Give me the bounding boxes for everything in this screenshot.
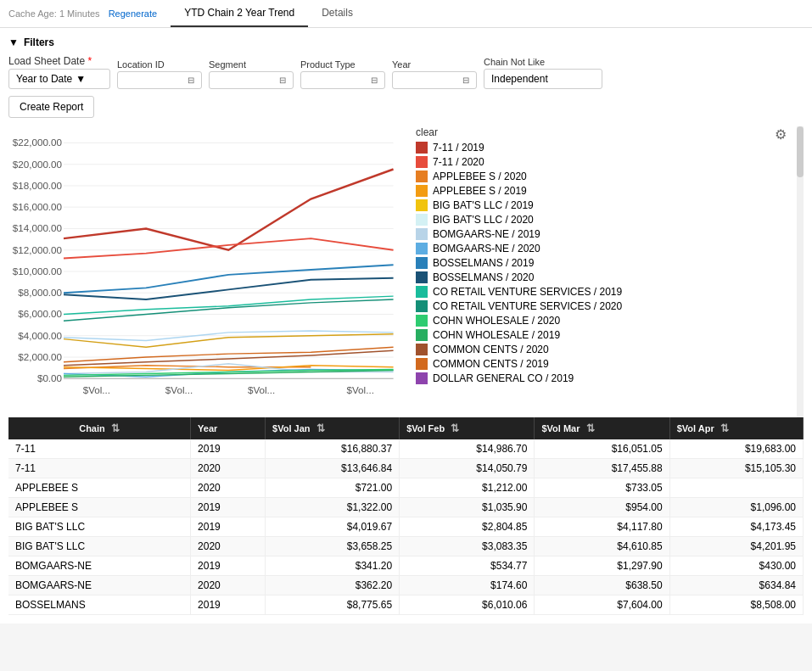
legend-item[interactable]: 7-11 / 2020 <box>416 156 804 168</box>
filters-header[interactable]: ▼ Filters <box>8 36 804 48</box>
cell-jan: $4,019.67 <box>266 517 400 537</box>
svg-text:$4,000.00: $4,000.00 <box>18 330 62 341</box>
legend-label: 7-11 / 2019 <box>433 142 484 154</box>
filter-input-segment[interactable]: ⊟ <box>209 71 294 89</box>
cell-apr: $4,201.95 <box>669 537 803 556</box>
legend-item[interactable]: CO RETAIL VENTURE SERVICES / 2020 <box>416 300 804 312</box>
legend-item[interactable]: APPLEBEE S / 2020 <box>416 171 804 182</box>
table-row: APPLEBEE S2019$1,322.00$1,035.90$954.00$… <box>8 498 804 517</box>
svg-text:$0.00: $0.00 <box>37 372 63 383</box>
svg-text:$16,000.00: $16,000.00 <box>13 201 63 212</box>
col-header-apr[interactable]: $Vol Apr ⇅ <box>669 417 803 439</box>
filter-col-segment: Segment ⊟ <box>209 59 294 89</box>
legend-item[interactable]: BIG BAT'S LLC / 2019 <box>416 199 804 211</box>
table-row: BIG BAT'S LLC2019$4,019.67$2,804.85$4,11… <box>8 517 804 537</box>
legend-item[interactable]: APPLEBEE S / 2019 <box>416 185 804 197</box>
regenerate-link[interactable]: Regenerate <box>109 8 158 19</box>
cell-mar: $4,117.80 <box>535 517 669 537</box>
legend-item[interactable]: COHN WHOLESALE / 2020 <box>416 315 804 327</box>
legend-label: APPLEBEE S / 2020 <box>433 171 527 182</box>
svg-text:$14,000.00: $14,000.00 <box>13 222 63 233</box>
cell-apr: $634.84 <box>669 576 803 596</box>
data-table: Chain ⇅ Year $Vol Jan ⇅ $Vol Feb ⇅ $Vol … <box>8 417 804 615</box>
chart-container: $22,000.00 $20,000.00 $18,000.00 $16,000… <box>8 126 804 417</box>
col-header-feb[interactable]: $Vol Feb ⇅ <box>400 417 535 439</box>
legend-color-box <box>416 372 428 384</box>
svg-text:$Vol...: $Vol... <box>165 384 193 395</box>
trend-chart: $22,000.00 $20,000.00 $18,000.00 $16,000… <box>8 126 407 415</box>
col-header-year[interactable]: Year <box>191 417 266 439</box>
legend-item[interactable]: CO RETAIL VENTURE SERVICES / 2019 <box>416 286 804 298</box>
legend-label: BOMGAARS-NE / 2020 <box>433 243 540 254</box>
col-header-chain[interactable]: Chain ⇅ <box>8 417 191 439</box>
col-header-mar[interactable]: $Vol Mar ⇅ <box>535 417 669 439</box>
cell-jan: $721.00 <box>266 478 400 498</box>
svg-text:$10,000.00: $10,000.00 <box>13 266 63 277</box>
filter-input-year[interactable]: ⊟ <box>392 71 477 89</box>
legend-color-box <box>416 142 428 154</box>
legend-item[interactable]: COHN WHOLESALE / 2019 <box>416 329 804 341</box>
cell-jan: $16,880.37 <box>266 439 400 459</box>
legend-color-box <box>416 315 428 327</box>
filter-input-chain[interactable]: Independent <box>484 69 602 89</box>
legend-label: CO RETAIL VENTURE SERVICES / 2019 <box>433 286 622 298</box>
filter-select-date[interactable]: Year to Date ▼ <box>8 69 110 89</box>
filter-input-location[interactable]: ⊟ <box>117 71 202 89</box>
legend-color-box <box>416 214 428 226</box>
cell-chain: APPLEBEE S <box>8 478 191 498</box>
table-row: BIG BAT'S LLC2020$3,658.25$3,083.35$4,61… <box>8 537 804 556</box>
legend-item[interactable]: COMMON CENTS / 2019 <box>416 358 804 370</box>
cell-apr: $4,173.45 <box>669 517 803 537</box>
filter-icon-location: ⊟ <box>188 75 194 85</box>
create-report-button[interactable]: Create Report <box>8 96 94 118</box>
scrollbar-thumb[interactable] <box>797 126 804 177</box>
legend-color-box <box>416 156 428 168</box>
svg-text:$2,000.00: $2,000.00 <box>18 351 62 362</box>
legend-label: 7-11 / 2020 <box>433 156 484 168</box>
scrollbar-track <box>797 126 804 417</box>
table-row: APPLEBEE S2020$721.00$1,212.00$733.05 <box>8 478 804 498</box>
svg-text:$20,000.00: $20,000.00 <box>13 159 63 170</box>
legend-color-box <box>416 329 428 341</box>
cell-chain: BOSSELMANS <box>8 596 191 615</box>
legend-label: BOSSELMANS / 2020 <box>433 271 534 283</box>
legend-item[interactable]: BOSSELMANS / 2020 <box>416 271 804 283</box>
cell-feb: $6,010.06 <box>400 596 535 615</box>
legend-item[interactable]: BOMGAARS-NE / 2020 <box>416 243 804 254</box>
legend-item[interactable]: 7-11 / 2019 <box>416 142 804 154</box>
legend-item[interactable]: BIG BAT'S LLC / 2020 <box>416 214 804 226</box>
cell-feb: $534.77 <box>400 556 535 576</box>
tab-ytd[interactable]: YTD Chain 2 Year Trend <box>171 0 308 27</box>
legend-label: CO RETAIL VENTURE SERVICES / 2020 <box>433 300 622 312</box>
legend-item[interactable]: BOMGAARS-NE / 2019 <box>416 228 804 240</box>
filter-arrow-icon: ▼ <box>8 36 19 48</box>
legend-item[interactable]: BOSSELMANS / 2019 <box>416 257 804 269</box>
cell-year: 2019 <box>191 517 266 537</box>
legend-item[interactable]: COMMON CENTS / 2020 <box>416 344 804 355</box>
filter-icon-year: ⊟ <box>462 75 469 85</box>
cell-year: 2020 <box>191 576 266 596</box>
tab-details[interactable]: Details <box>308 0 367 27</box>
chart-svg-area: $22,000.00 $20,000.00 $18,000.00 $16,000… <box>8 126 407 417</box>
table-row: BOSSELMANS2019$8,775.65$6,010.06$7,604.0… <box>8 596 804 615</box>
cell-year: 2019 <box>191 498 266 517</box>
cache-info: Cache Age: 1 Minutes <box>8 8 100 19</box>
clear-link[interactable]: clear <box>416 126 804 138</box>
filter-input-product[interactable]: ⊟ <box>300 71 385 89</box>
legend-color-box <box>416 344 428 355</box>
filter-label-date: Load Sheet Date * <box>8 55 110 67</box>
col-header-jan[interactable]: $Vol Jan ⇅ <box>266 417 400 439</box>
filter-label-year: Year <box>392 59 477 70</box>
svg-text:$Vol...: $Vol... <box>347 384 374 395</box>
filter-col-chain: Chain Not Like Independent <box>484 57 602 89</box>
legend-label: COHN WHOLESALE / 2019 <box>433 329 560 341</box>
cell-apr: $8,508.00 <box>669 596 803 615</box>
legend-item[interactable]: DOLLAR GENERAL CO / 2019 <box>416 372 804 384</box>
legend-label: COHN WHOLESALE / 2020 <box>433 315 560 327</box>
chevron-down-icon: ▼ <box>76 73 86 85</box>
cell-jan: $362.20 <box>266 576 400 596</box>
top-bar: Cache Age: 1 Minutes Regenerate YTD Chai… <box>0 0 812 28</box>
table-row: 7-112020$13,646.84$14,050.79$17,455.88$1… <box>8 459 804 478</box>
cell-year: 2020 <box>191 537 266 556</box>
filter-label-chain: Chain Not Like <box>484 57 602 67</box>
